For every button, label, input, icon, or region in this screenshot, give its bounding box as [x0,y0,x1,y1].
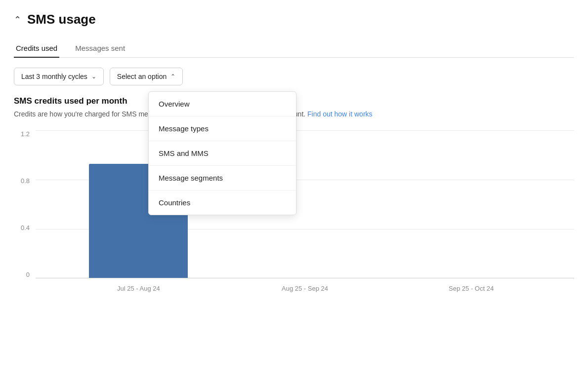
dropdown-item-sms-mms[interactable]: SMS and MMS [149,141,296,166]
period-select[interactable]: Last 3 monthly cycles ⌄ [14,68,104,85]
tab-messages-sent[interactable]: Messages sent [73,39,127,57]
x-label-aug-sep: Aug 25 - Sep 24 [251,285,359,292]
option-select-label: Select an option [117,73,167,80]
x-label-jul-aug: Jul 25 - Aug 24 [84,285,193,292]
bars-container [36,130,574,278]
option-chevron-icon: ⌃ [170,73,175,80]
option-dropdown: Overview Message types SMS and MMS Messa… [148,91,296,215]
x-axis-labels: Jul 25 - Aug 24 Aug 25 - Sep 24 Sep 25 -… [36,278,574,298]
dropdown-item-message-types[interactable]: Message types [149,116,296,141]
tab-credits-used[interactable]: Credits used [14,39,59,57]
y-label-0.4: 0.4 [21,224,30,231]
y-label-0.8: 0.8 [21,177,30,185]
y-axis-labels: 1.2 0.8 0.4 0 [14,130,34,278]
page-title: SMS usage [27,12,96,27]
dropdown-item-countries[interactable]: Countries [149,190,296,215]
tabs-bar: Credits used Messages sent [14,39,574,58]
dropdown-item-message-segments[interactable]: Message segments [149,166,296,190]
filters-row: Last 3 monthly cycles ⌄ Select an option… [14,68,574,85]
sms-usage-header: ⌃ SMS usage [14,12,574,27]
dropdown-item-overview[interactable]: Overview [149,92,296,116]
period-chevron-icon: ⌄ [91,73,96,80]
y-label-1.2: 1.2 [21,130,30,138]
x-label-sep-oct: Sep 25 - Oct 24 [417,285,526,292]
y-label-0: 0 [26,271,30,278]
find-out-link[interactable]: Find out how it works [307,110,373,118]
chart-inner [36,130,574,278]
option-select[interactable]: Select an option ⌃ [110,68,183,85]
period-select-label: Last 3 monthly cycles [21,73,87,80]
collapse-icon[interactable]: ⌃ [14,14,21,25]
